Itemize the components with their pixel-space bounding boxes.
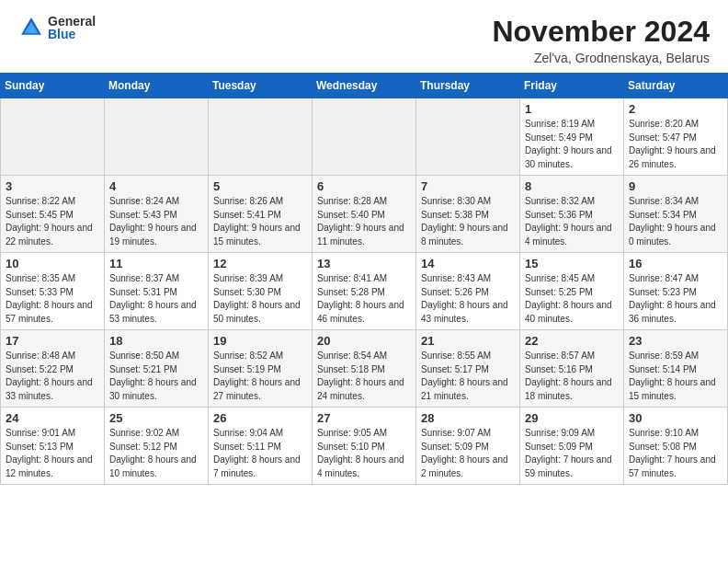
day-detail: Sunrise: 8:45 AM Sunset: 5:25 PM Dayligh…: [525, 272, 619, 326]
day-detail: Sunrise: 8:54 AM Sunset: 5:18 PM Dayligh…: [317, 350, 411, 403]
title-block: November 2024 Zel'va, Grodnenskaya, Bela…: [492, 15, 710, 65]
calendar-cell: 12Sunrise: 8:39 AM Sunset: 5:30 PM Dayli…: [209, 253, 313, 330]
calendar-cell: 16Sunrise: 8:47 AM Sunset: 5:23 PM Dayli…: [624, 253, 728, 330]
day-detail: Sunrise: 8:32 AM Sunset: 5:36 PM Dayligh…: [525, 195, 619, 248]
weekday-header-monday: Monday: [105, 74, 209, 98]
calendar-cell: 22Sunrise: 8:57 AM Sunset: 5:16 PM Dayli…: [520, 330, 624, 408]
calendar-cell: [313, 98, 416, 176]
calendar-cell: [1, 98, 105, 176]
day-number: 23: [629, 334, 722, 348]
day-number: 15: [525, 257, 619, 270]
day-number: 25: [109, 411, 203, 425]
day-detail: Sunrise: 8:41 AM Sunset: 5:28 PM Dayligh…: [317, 272, 411, 326]
calendar-cell: 13Sunrise: 8:41 AM Sunset: 5:28 PM Dayli…: [313, 253, 416, 330]
day-number: 13: [317, 257, 411, 270]
calendar-cell: 1Sunrise: 8:19 AM Sunset: 5:49 PM Daylig…: [520, 98, 624, 176]
day-detail: Sunrise: 8:43 AM Sunset: 5:26 PM Dayligh…: [421, 272, 515, 326]
logo-blue-text: Blue: [48, 28, 96, 40]
calendar-cell: 20Sunrise: 8:54 AM Sunset: 5:18 PM Dayli…: [313, 330, 416, 408]
day-detail: Sunrise: 8:57 AM Sunset: 5:16 PM Dayligh…: [525, 350, 619, 403]
day-detail: Sunrise: 9:10 AM Sunset: 5:08 PM Dayligh…: [629, 427, 722, 480]
page-header: General Blue November 2024 Zel'va, Grodn…: [0, 0, 728, 73]
calendar-cell: 18Sunrise: 8:50 AM Sunset: 5:21 PM Dayli…: [105, 330, 209, 408]
day-number: 6: [317, 179, 411, 193]
day-detail: Sunrise: 8:26 AM Sunset: 5:41 PM Dayligh…: [213, 195, 307, 248]
calendar-cell: 21Sunrise: 8:55 AM Sunset: 5:17 PM Dayli…: [416, 330, 520, 408]
day-detail: Sunrise: 8:59 AM Sunset: 5:14 PM Dayligh…: [629, 350, 722, 403]
day-number: 2: [629, 102, 722, 116]
day-detail: Sunrise: 9:02 AM Sunset: 5:12 PM Dayligh…: [109, 427, 203, 480]
day-detail: Sunrise: 8:19 AM Sunset: 5:49 PM Dayligh…: [525, 118, 619, 171]
calendar-cell: 6Sunrise: 8:28 AM Sunset: 5:40 PM Daylig…: [313, 176, 416, 253]
day-number: 28: [421, 411, 515, 425]
calendar-cell: 11Sunrise: 8:37 AM Sunset: 5:31 PM Dayli…: [105, 253, 209, 330]
day-number: 21: [421, 334, 515, 348]
day-number: 19: [213, 334, 307, 348]
calendar-cell: 4Sunrise: 8:24 AM Sunset: 5:43 PM Daylig…: [105, 176, 209, 253]
day-detail: Sunrise: 8:39 AM Sunset: 5:30 PM Dayligh…: [213, 272, 307, 326]
calendar-cell: [105, 98, 209, 176]
weekday-header-wednesday: Wednesday: [313, 74, 416, 98]
day-number: 29: [525, 411, 619, 425]
day-detail: Sunrise: 8:28 AM Sunset: 5:40 PM Dayligh…: [317, 195, 411, 248]
calendar-cell: 7Sunrise: 8:30 AM Sunset: 5:38 PM Daylig…: [416, 176, 520, 253]
calendar-cell: 28Sunrise: 9:07 AM Sunset: 5:09 PM Dayli…: [416, 408, 520, 485]
day-detail: Sunrise: 8:48 AM Sunset: 5:22 PM Dayligh…: [6, 350, 99, 403]
day-number: 16: [629, 257, 722, 270]
day-detail: Sunrise: 8:34 AM Sunset: 5:34 PM Dayligh…: [629, 195, 722, 248]
calendar-cell: 24Sunrise: 9:01 AM Sunset: 5:13 PM Dayli…: [1, 408, 105, 485]
day-detail: Sunrise: 8:47 AM Sunset: 5:23 PM Dayligh…: [629, 272, 722, 326]
calendar-cell: 5Sunrise: 8:26 AM Sunset: 5:41 PM Daylig…: [209, 176, 313, 253]
calendar-cell: 25Sunrise: 9:02 AM Sunset: 5:12 PM Dayli…: [105, 408, 209, 485]
day-number: 12: [213, 257, 307, 270]
calendar-week-4: 17Sunrise: 8:48 AM Sunset: 5:22 PM Dayli…: [1, 330, 728, 408]
day-number: 17: [6, 334, 99, 348]
day-detail: Sunrise: 9:07 AM Sunset: 5:09 PM Dayligh…: [421, 427, 515, 480]
day-detail: Sunrise: 8:30 AM Sunset: 5:38 PM Dayligh…: [421, 195, 515, 248]
calendar-cell: 23Sunrise: 8:59 AM Sunset: 5:14 PM Dayli…: [624, 330, 728, 408]
day-number: 27: [317, 411, 411, 425]
calendar-cell: 29Sunrise: 9:09 AM Sunset: 5:09 PM Dayli…: [520, 408, 624, 485]
logo-general-text: General: [48, 15, 96, 28]
day-number: 3: [6, 179, 99, 193]
day-number: 14: [421, 257, 515, 270]
day-number: 1: [525, 102, 619, 116]
day-detail: Sunrise: 8:20 AM Sunset: 5:47 PM Dayligh…: [629, 118, 722, 171]
day-detail: Sunrise: 8:24 AM Sunset: 5:43 PM Dayligh…: [109, 195, 203, 248]
calendar-cell: 14Sunrise: 8:43 AM Sunset: 5:26 PM Dayli…: [416, 253, 520, 330]
day-number: 9: [629, 179, 722, 193]
weekday-header-tuesday: Tuesday: [209, 74, 313, 98]
day-number: 10: [6, 257, 99, 270]
day-number: 8: [525, 179, 619, 193]
day-detail: Sunrise: 9:09 AM Sunset: 5:09 PM Dayligh…: [525, 427, 619, 480]
calendar-cell: 2Sunrise: 8:20 AM Sunset: 5:47 PM Daylig…: [624, 98, 728, 176]
day-detail: Sunrise: 9:05 AM Sunset: 5:10 PM Dayligh…: [317, 427, 411, 480]
day-detail: Sunrise: 8:50 AM Sunset: 5:21 PM Dayligh…: [109, 350, 203, 403]
logo: General Blue: [18, 15, 96, 40]
weekday-header-sunday: Sunday: [1, 74, 105, 98]
location-text: Zel'va, Grodnenskaya, Belarus: [492, 51, 710, 65]
calendar-cell: 10Sunrise: 8:35 AM Sunset: 5:33 PM Dayli…: [1, 253, 105, 330]
calendar-week-5: 24Sunrise: 9:01 AM Sunset: 5:13 PM Dayli…: [1, 408, 728, 485]
day-detail: Sunrise: 8:52 AM Sunset: 5:19 PM Dayligh…: [213, 350, 307, 403]
day-detail: Sunrise: 8:35 AM Sunset: 5:33 PM Dayligh…: [6, 272, 99, 326]
calendar-cell: 19Sunrise: 8:52 AM Sunset: 5:19 PM Dayli…: [209, 330, 313, 408]
month-title: November 2024: [492, 15, 710, 49]
day-number: 26: [213, 411, 307, 425]
day-detail: Sunrise: 8:22 AM Sunset: 5:45 PM Dayligh…: [6, 195, 99, 248]
day-number: 20: [317, 334, 411, 348]
day-number: 30: [629, 411, 722, 425]
weekday-header-saturday: Saturday: [624, 74, 728, 98]
logo-icon: [18, 15, 44, 40]
calendar-cell: 17Sunrise: 8:48 AM Sunset: 5:22 PM Dayli…: [1, 330, 105, 408]
day-number: 22: [525, 334, 619, 348]
calendar-cell: [209, 98, 313, 176]
calendar-cell: 26Sunrise: 9:04 AM Sunset: 5:11 PM Dayli…: [209, 408, 313, 485]
calendar-cell: 8Sunrise: 8:32 AM Sunset: 5:36 PM Daylig…: [520, 176, 624, 253]
calendar-week-3: 10Sunrise: 8:35 AM Sunset: 5:33 PM Dayli…: [1, 253, 728, 330]
calendar-header-row: SundayMondayTuesdayWednesdayThursdayFrid…: [1, 74, 728, 98]
day-number: 5: [213, 179, 307, 193]
calendar-cell: 3Sunrise: 8:22 AM Sunset: 5:45 PM Daylig…: [1, 176, 105, 253]
calendar-cell: 27Sunrise: 9:05 AM Sunset: 5:10 PM Dayli…: [313, 408, 416, 485]
day-detail: Sunrise: 9:01 AM Sunset: 5:13 PM Dayligh…: [6, 427, 99, 480]
